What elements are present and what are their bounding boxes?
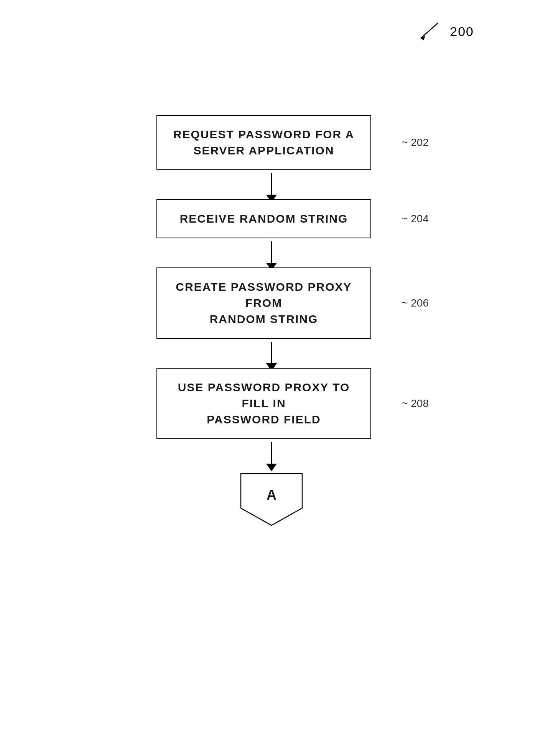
box-206-label: ~ 206: [401, 297, 429, 309]
arrow-down-icon: [271, 173, 272, 196]
box-208-tilde: ~: [401, 397, 408, 409]
box-204-label: ~ 204: [401, 213, 429, 225]
box-206-tilde: ~: [401, 297, 408, 309]
flow-step-204: RECEIVE RANDOM STRING ~ 204: [156, 199, 387, 238]
terminal-text: A: [267, 487, 276, 503]
box-204: RECEIVE RANDOM STRING: [156, 199, 371, 238]
diagram-container: 200 REQUEST PASSWORD FOR ASERVER APPLICA…: [0, 0, 543, 756]
box-202-tilde: ~: [401, 136, 408, 148]
flowchart: REQUEST PASSWORD FOR ASERVER APPLICATION…: [118, 115, 425, 527]
svg-line-0: [421, 23, 438, 38]
box-206: CREATE PASSWORD PROXY FROMRANDOM STRING: [156, 267, 371, 339]
box-202: REQUEST PASSWORD FOR ASERVER APPLICATION: [156, 115, 371, 170]
flow-step-206: CREATE PASSWORD PROXY FROMRANDOM STRING …: [156, 267, 387, 339]
box-206-text: CREATE PASSWORD PROXY FROMRANDOM STRING: [173, 279, 355, 327]
box-208-text: USE PASSWORD PROXY TO FILL INPASSWORD FI…: [173, 379, 355, 428]
arrow-3: [271, 339, 272, 368]
box-202-text: REQUEST PASSWORD FOR ASERVER APPLICATION: [173, 126, 355, 159]
arrow-4: [271, 439, 272, 468]
arrow-down-icon-4: [271, 442, 272, 465]
arrow-down-icon-2: [271, 241, 272, 264]
diagonal-arrow-icon: [417, 21, 444, 42]
box-208-label: ~ 208: [401, 397, 429, 410]
arrow-1: [271, 170, 272, 199]
box-204-text: RECEIVE RANDOM STRING: [173, 211, 355, 227]
arrow-2: [271, 238, 272, 267]
box-208: USE PASSWORD PROXY TO FILL INPASSWORD FI…: [156, 368, 371, 439]
terminal-shape: A: [237, 470, 306, 527]
flow-step-208: USE PASSWORD PROXY TO FILL INPASSWORD FI…: [156, 368, 387, 439]
arrow-down-icon-3: [271, 342, 272, 365]
flow-step-202: REQUEST PASSWORD FOR ASERVER APPLICATION…: [156, 115, 387, 170]
figure-label: 200: [450, 24, 474, 39]
box-202-label: ~ 202: [401, 136, 429, 149]
box-204-tilde: ~: [401, 213, 408, 225]
